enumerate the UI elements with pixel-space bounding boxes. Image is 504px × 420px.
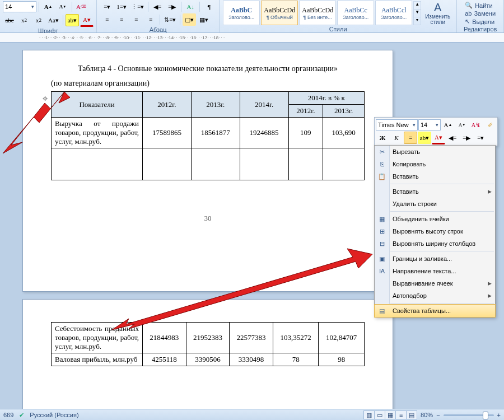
mini-italic[interactable]: К: [390, 132, 403, 144]
copy-icon: ⎘: [377, 161, 386, 167]
fullscreen-icon[interactable]: ▭: [375, 411, 385, 419]
align-left-button[interactable]: ≡: [100, 13, 114, 26]
style-no-spacing[interactable]: AaBbCcDd¶ Без инте...: [299, 1, 336, 25]
select-button[interactable]: ↖Выдели: [465, 18, 496, 25]
mini-outdent[interactable]: ◀≡: [446, 132, 459, 144]
ctx-merge-cells[interactable]: ▦Объединить ячейки: [375, 213, 495, 225]
mini-font-combo[interactable]: ▾: [376, 119, 418, 130]
style-normal[interactable]: AaBbCcDd¶ Обычный: [261, 1, 298, 25]
shrink-font-button[interactable]: A▼: [56, 1, 69, 13]
change-styles-button[interactable]: A Изменить стили: [422, 1, 453, 25]
mini-bold[interactable]: Ж: [376, 132, 389, 144]
print-layout-icon[interactable]: ▥: [364, 411, 375, 419]
styles-gallery[interactable]: AaBbCЗаголово... AaBbCcDd¶ Обычный AaBbC…: [223, 1, 412, 25]
mini-styles[interactable]: A↯: [469, 119, 483, 131]
table-subtitle[interactable]: (по материалам организации): [51, 79, 365, 88]
replace-icon: ab: [465, 10, 472, 17]
mini-toolbar: ▾ ▾ A▲ A▼ A↯ ✐ Ж К ≡ ab▾ A▾ ◀≡ ≡▶ ≡▾: [374, 117, 498, 146]
draft-icon[interactable]: ▤: [407, 411, 417, 419]
col-width-icon: ⊟: [377, 240, 386, 248]
horizontal-ruler[interactable]: · · ·1· · ·2· · ·3· · ·4· · ·5· · ·6· · …: [0, 33, 504, 43]
ctx-table-properties[interactable]: ▤Свойства таблицы...: [374, 304, 496, 318]
status-column[interactable]: 669: [3, 412, 13, 418]
mini-grow-font[interactable]: A▲: [441, 119, 455, 131]
indent-button[interactable]: ≡▶: [165, 1, 179, 13]
mini-font-color[interactable]: A▾: [432, 131, 445, 144]
justify-button[interactable]: ≡: [144, 13, 157, 26]
th-indicator[interactable]: Показатели: [52, 92, 143, 118]
ctx-paste[interactable]: 📋Вставить: [375, 170, 495, 183]
zoom-in-button[interactable]: +: [497, 412, 501, 418]
mini-highlight[interactable]: ab▾: [418, 132, 431, 144]
table-row[interactable]: [52, 148, 365, 180]
table-anchor-icon[interactable]: ✥: [43, 95, 48, 102]
zoom-out-button[interactable]: −: [436, 412, 440, 418]
align-center-button[interactable]: ≡: [115, 13, 128, 26]
find-button[interactable]: 🔍Найти: [465, 2, 496, 9]
table-row[interactable]: Валовая прибыль, млн.руб 425511833905063…: [52, 353, 365, 366]
main-table[interactable]: Показатели 2012г. 2013г. 2014г. 2014г. в…: [51, 91, 365, 180]
superscript-button[interactable]: x2: [32, 14, 45, 26]
document-page[interactable]: Себестоимость проданных товаров, продукц…: [22, 299, 393, 420]
view-buttons[interactable]: ▥ ▭ ▦ ≡ ▤: [363, 410, 417, 419]
table-row[interactable]: Себестоимость проданных товаров, продукц…: [52, 323, 365, 353]
replace-button[interactable]: abЗамени: [465, 10, 496, 17]
ctx-text-direction[interactable]: ⅠAНаправление текста...: [375, 265, 495, 277]
font-color-button[interactable]: A▾: [80, 13, 94, 27]
web-layout-icon[interactable]: ▦: [385, 411, 396, 419]
zoom-slider[interactable]: [444, 414, 494, 416]
zoom-level[interactable]: 80%: [421, 412, 433, 418]
ctx-autofit[interactable]: Автоподбор▶: [375, 290, 495, 302]
ctx-col-width[interactable]: ⊟Выровнять ширину столбцов: [375, 237, 495, 250]
table-row[interactable]: Выручка от продажи товаров, продукции, р…: [52, 118, 365, 148]
subscript-button[interactable]: x2: [17, 14, 31, 26]
sort-button[interactable]: A↓: [184, 1, 197, 13]
group-label: Стили: [329, 25, 347, 34]
style-heading[interactable]: AaBbCЗаголово...: [223, 1, 260, 25]
style-heading2[interactable]: AaBbCcЗаголово...: [337, 1, 374, 25]
mini-center[interactable]: ≡: [404, 132, 417, 144]
ribbon-group-editing: 🔍Найти abЗамени ↖Выдели Редактиров: [457, 0, 504, 32]
outline-icon[interactable]: ≡: [396, 411, 407, 419]
align-right-button[interactable]: ≡: [129, 13, 143, 26]
change-case-button[interactable]: Aa▾: [46, 14, 60, 26]
shading-button[interactable]: ▢▾: [183, 13, 196, 26]
ribbon-group-font: ▾ A▲ A▼ A⌫ abc x2 x2 Aa▾ ab▾ A▾ Шрифт: [0, 0, 97, 32]
status-spellcheck-icon[interactable]: ✔: [19, 412, 24, 419]
row-height-icon: ⊞: [377, 228, 386, 235]
multilevel-button[interactable]: ⋮≡▾: [129, 1, 146, 13]
font-size-combo[interactable]: ▾: [3, 1, 36, 12]
ctx-row-height[interactable]: ⊞Выровнять высоту строк: [375, 225, 495, 237]
styles-scroll[interactable]: ▲ ▼ ▾: [413, 1, 421, 25]
status-language[interactable]: Русский (Россия): [30, 412, 78, 418]
mini-format-painter[interactable]: ✐: [483, 119, 497, 131]
outdent-button[interactable]: ◀≡: [151, 1, 164, 13]
mini-indent[interactable]: ≡▶: [460, 132, 473, 144]
line-spacing-button[interactable]: ⇅≡▾: [162, 13, 178, 26]
borders-icon: ▣: [377, 255, 386, 263]
grow-font-button[interactable]: A▲: [41, 1, 55, 13]
scissors-icon: ✂: [377, 148, 386, 156]
ctx-cell-align[interactable]: Выравнивание ячеек▶: [375, 277, 495, 290]
clear-format-button[interactable]: A⌫: [74, 1, 88, 13]
mini-shrink-font[interactable]: A▼: [455, 119, 469, 131]
highlight-button[interactable]: ab▾: [66, 14, 79, 26]
show-marks-button[interactable]: ¶: [202, 1, 216, 13]
strike-button[interactable]: abc: [3, 14, 16, 26]
ribbon-group-paragraph: ≡▾ 1≡▾ ⋮≡▾ ◀≡ ≡▶ A↓ ¶ ≡ ≡ ≡ ≡ ⇅≡▾ ▢▾: [97, 0, 220, 32]
numbering-button[interactable]: 1≡▾: [115, 1, 128, 13]
borders-button[interactable]: ▦▾: [197, 13, 211, 26]
ctx-cut[interactable]: ✂Вырезать: [375, 146, 495, 158]
ctx-borders[interactable]: ▣Границы и заливка...: [375, 253, 495, 265]
style-heading3[interactable]: AaBbCclЗаголово...: [375, 1, 412, 25]
ctx-delete-rows[interactable]: Удалить строки: [375, 198, 495, 210]
ctx-copy[interactable]: ⎘Копировать: [375, 158, 495, 170]
properties-icon: ▤: [377, 307, 386, 315]
document-page[interactable]: ✥ Таблица 4 - Основные экономические пок…: [22, 50, 393, 292]
mini-size-combo[interactable]: ▾: [418, 119, 441, 130]
ctx-paste-special[interactable]: Вставить▶: [375, 185, 495, 198]
bullets-button[interactable]: ≡▾: [100, 1, 114, 13]
mini-bullets[interactable]: ≡▾: [474, 132, 487, 144]
main-table-continued[interactable]: Себестоимость проданных товаров, продукц…: [51, 322, 365, 366]
table-caption[interactable]: Таблица 4 - Основные экономические показ…: [51, 64, 365, 73]
